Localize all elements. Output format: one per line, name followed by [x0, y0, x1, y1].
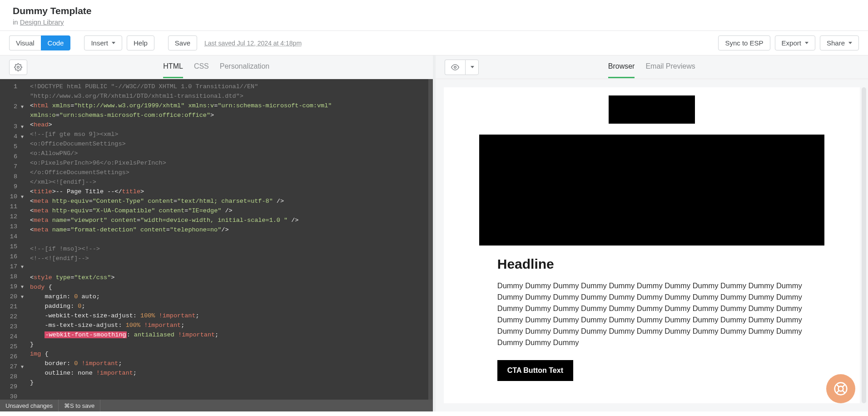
editor-body[interactable]: <!DOCTYPE html PUBLIC "-//W3C//DTD XHTML… — [26, 79, 428, 400]
sync-to-esp-button[interactable]: Sync to ESP — [718, 35, 770, 50]
tab-email-previews[interactable]: Email Previews — [645, 56, 695, 78]
editor-pane-head: HTML CSS Personalization — [0, 55, 433, 79]
preview-body-text: Dummy Dummy Dummy Dummy Dummy Dummy Dumm… — [497, 280, 806, 348]
preview-pane: Browser Email Previews Headline Dummy Du… — [436, 55, 868, 411]
status-unsaved: Unsaved changes — [0, 400, 59, 411]
preview-viewport: Headline Dummy Dummy Dummy Dummy Dummy D… — [436, 79, 868, 411]
export-button[interactable]: Export — [775, 35, 815, 50]
save-status-text[interactable]: Last saved Jul 12, 2024 at 4:18pm — [204, 40, 302, 47]
gear-icon — [14, 63, 22, 71]
save-button[interactable]: Save — [168, 35, 197, 50]
tab-personalization[interactable]: Personalization — [220, 56, 269, 78]
workspace: HTML CSS Personalization 1 2▼ 3▼4▼5 6 7 … — [0, 55, 868, 411]
page-header: Dummy Template in Design Library — [0, 0, 868, 31]
code-editor[interactable]: 1 2▼ 3▼4▼5 6 7 8 9 10▼11 12 13 14 15 16 … — [0, 79, 433, 400]
preview-hero-image — [479, 135, 824, 246]
preview-canvas[interactable]: Headline Dummy Dummy Dummy Dummy Dummy D… — [444, 87, 860, 403]
preview-view-toggle — [445, 60, 479, 75]
breadcrumb-library-link[interactable]: Design Library — [20, 18, 64, 26]
chevron-down-icon — [805, 42, 808, 44]
preview-pane-head: Browser Email Previews — [436, 55, 868, 79]
preview-eye-button[interactable] — [445, 60, 465, 75]
help-chat-button[interactable] — [826, 374, 855, 403]
share-button[interactable]: Share — [820, 35, 859, 50]
primary-toolbar: Visual Code Insert Help Save Last saved … — [0, 31, 868, 55]
page-title: Dummy Template — [13, 5, 855, 16]
visual-mode-button[interactable]: Visual — [9, 35, 41, 50]
eye-icon — [451, 63, 459, 71]
preview-scrollbar[interactable] — [862, 87, 866, 403]
editor-settings-button[interactable] — [9, 60, 27, 75]
svg-line-5 — [843, 391, 845, 393]
editor-tabs: HTML CSS Personalization — [163, 56, 269, 78]
editor-pane: HTML CSS Personalization 1 2▼ 3▼4▼5 6 7 … — [0, 55, 433, 411]
breadcrumb: in Design Library — [13, 18, 855, 26]
editor-scrollbar[interactable] — [428, 79, 433, 400]
preview-content: Headline Dummy Dummy Dummy Dummy Dummy D… — [479, 256, 824, 381]
svg-line-7 — [837, 391, 839, 393]
preview-cta-button[interactable]: CTA Button Text — [497, 360, 573, 381]
editor-status-bar: Unsaved changes ⌘S to save — [0, 400, 433, 411]
svg-line-6 — [843, 385, 845, 387]
svg-line-4 — [837, 385, 839, 387]
preview-view-dropdown[interactable] — [465, 60, 479, 75]
export-label: Export — [782, 39, 801, 47]
insert-button[interactable]: Insert — [84, 35, 122, 50]
svg-point-3 — [838, 386, 843, 391]
preview-tabs: Browser Email Previews — [608, 56, 695, 78]
tab-html[interactable]: HTML — [163, 56, 183, 78]
chevron-down-icon — [471, 66, 474, 68]
insert-label: Insert — [91, 39, 108, 47]
view-mode-toggle: Visual Code — [9, 35, 70, 50]
share-label: Share — [827, 39, 845, 47]
code-mode-button[interactable]: Code — [41, 35, 71, 50]
chevron-down-icon — [112, 42, 115, 44]
preview-headline: Headline — [497, 256, 806, 272]
tab-browser[interactable]: Browser — [608, 56, 635, 78]
editor-gutter: 1 2▼ 3▼4▼5 6 7 8 9 10▼11 12 13 14 15 16 … — [0, 79, 26, 400]
chevron-down-icon — [848, 42, 852, 44]
svg-point-1 — [454, 66, 456, 68]
breadcrumb-prefix: in — [13, 18, 20, 26]
preview-logo-image — [609, 95, 695, 124]
life-ring-icon — [833, 381, 848, 396]
status-save-hint: ⌘S to save — [59, 400, 100, 411]
svg-point-0 — [17, 66, 20, 68]
help-button[interactable]: Help — [127, 35, 154, 50]
tab-css[interactable]: CSS — [194, 56, 209, 78]
